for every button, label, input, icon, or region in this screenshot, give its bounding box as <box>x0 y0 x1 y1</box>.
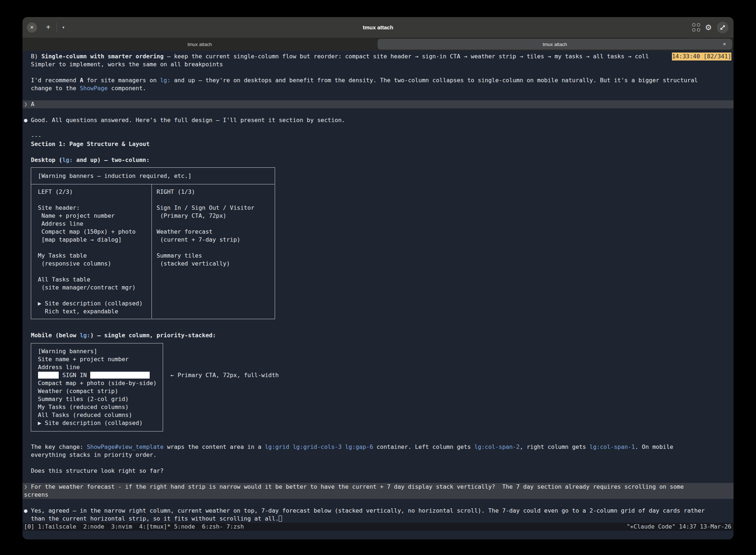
dot <box>692 23 695 26</box>
tmux-window-list[interactable]: [0] 1:Tailscale 2:node 3:nvim 4:[tmux]* … <box>22 523 244 531</box>
terminal-line: Mobile (below lg:) — single column, prio… <box>22 331 734 339</box>
terminal-lines: B) Single-column with smarter ordering —… <box>22 53 734 523</box>
dot <box>697 28 700 32</box>
terminal-line <box>22 324 734 331</box>
settings-gear-icon[interactable]: ⚙ <box>705 24 712 31</box>
terminal-line: [map tappable → dialog] (current + 7-day… <box>22 236 734 244</box>
terminal-line: Section 1: Page Structure & Layout <box>22 140 734 148</box>
tmux-status-bar: [0] 1:Tailscale 2:node 3:nvim 4:[tmux]* … <box>22 523 734 531</box>
terminal-line: LEFT (2/3) RIGHT (1/3) <box>22 188 734 196</box>
terminal-cursor <box>279 516 282 522</box>
tab-label: tmux attach <box>543 42 567 47</box>
terminal-line: All Tasks (reduced columns) <box>22 411 734 419</box>
terminal-line: --- <box>22 132 734 140</box>
terminal-line <box>22 148 734 156</box>
terminal-line <box>22 316 734 324</box>
terminal-line: My Tasks table Summary tiles <box>22 252 734 260</box>
terminal-line <box>22 475 734 483</box>
user-message-line: ❯ A <box>22 100 734 108</box>
terminal-line: Does this structure look right so far? <box>22 467 734 475</box>
terminal-line: [Warning banners — induction required, e… <box>22 172 734 180</box>
terminal-line <box>22 268 734 276</box>
expand-diagonal-icon <box>720 25 726 30</box>
terminal-line <box>22 164 734 172</box>
desktop-background: ✕ + ▼ tmux attach ⚙ <box>0 0 756 555</box>
window-titlebar: ✕ + ▼ tmux attach ⚙ <box>22 17 734 38</box>
user-message-line: ❯ For the weather forecast - if the righ… <box>22 483 734 491</box>
terminal-line <box>22 180 734 188</box>
dot <box>697 23 700 26</box>
redacted-block <box>90 372 150 379</box>
window-title: tmux attach <box>22 24 734 30</box>
terminal-line <box>22 68 734 76</box>
terminal-line: The key change: ShowPage#view_template w… <box>22 443 734 451</box>
terminal-line <box>22 427 734 435</box>
terminal-line: Summary tiles (2-col grid) <box>22 395 734 403</box>
tab-bar: tmux attach tmux attach ✕ <box>22 38 734 51</box>
terminal-line: Compact map + photo (side-by-side) <box>22 379 734 387</box>
terminal-line: Compact map (150px) + photo Weather fore… <box>22 228 734 236</box>
terminal-line: [Warning banners] <box>22 347 734 355</box>
terminal-line: My Tasks (reduced columns) <box>22 403 734 411</box>
terminal-line: (site manager/contract mgr) <box>22 284 734 292</box>
terminal-line: Simpler to implement, works the same on … <box>22 60 734 68</box>
terminal-line: Weather (compact strip) <box>22 387 734 395</box>
titlebar-separator <box>57 23 57 32</box>
tab-overview-icon[interactable] <box>692 23 700 32</box>
terminal-line: I'd recommend A for site managers on lg:… <box>22 76 734 84</box>
window-close-button[interactable]: ✕ <box>27 22 37 33</box>
terminal-line: B) Single-column with smarter ordering —… <box>22 53 734 60</box>
terminal-line <box>22 196 734 204</box>
redacted-block <box>38 372 59 379</box>
terminal-line: everything stacks in priority order. <box>22 451 734 459</box>
terminal-line: ▶ Site description (collapsed) <box>22 419 734 427</box>
terminal-line: than the current horizontal strip, so it… <box>22 515 734 523</box>
terminal-line <box>22 92 734 100</box>
terminal-line: change to the ShowPage component. <box>22 84 734 92</box>
copy-mode-position-indicator: 14:33:40 [82/341] <box>672 53 731 60</box>
terminal-line <box>22 499 734 507</box>
terminal-line <box>22 244 734 252</box>
terminal-line <box>22 459 734 467</box>
terminal-screen[interactable]: B) Single-column with smarter ordering —… <box>22 51 734 539</box>
dot <box>692 28 695 32</box>
tab-label: tmux attach <box>187 42 212 47</box>
tab-close-icon[interactable]: ✕ <box>723 42 726 47</box>
user-message-line: screens <box>22 491 734 499</box>
new-tab-button[interactable]: + <box>42 21 54 34</box>
terminal-line: Desktop (lg: and up) — two-column: <box>22 156 734 164</box>
fullscreen-button[interactable] <box>717 22 728 33</box>
terminal-line: Address line <box>22 220 734 228</box>
terminal-line: ● Yes, agreed — in the narrow right colu… <box>22 507 734 515</box>
terminal-line: Address line <box>22 363 734 371</box>
terminal-line <box>22 435 734 443</box>
terminal-window: ✕ + ▼ tmux attach ⚙ <box>22 17 734 539</box>
terminal-line: Site header: Sign In / Sign Out / Visito… <box>22 204 734 212</box>
terminal-line <box>22 108 734 116</box>
terminal-line <box>22 124 734 132</box>
terminal-line: Rich text, expandable <box>22 308 734 316</box>
terminal-line: ▶ Site description (collapsed) <box>22 300 734 308</box>
terminal-line: (responsive columns) (stacked vertically… <box>22 260 734 268</box>
terminal-line: ● Good. All questions answered. Here's t… <box>22 116 734 124</box>
tab-tmux-attach-2[interactable]: tmux attach ✕ <box>378 39 732 50</box>
terminal-line <box>22 292 734 300</box>
terminal-line: SIGN IN ← Primary CTA, 72px, full-width <box>22 371 734 379</box>
tab-tmux-attach-1[interactable]: tmux attach <box>22 38 377 51</box>
new-tab-dropdown-button[interactable]: ▼ <box>59 23 68 32</box>
terminal-line: Name + project number (Primary CTA, 72px… <box>22 212 734 220</box>
terminal-line: All Tasks table <box>22 276 734 284</box>
terminal-line <box>22 339 734 347</box>
tmux-session-clock: "✳Claude Code" 14:37 13-Mar-26 <box>627 523 734 531</box>
terminal-line: Site name + project number <box>22 355 734 363</box>
